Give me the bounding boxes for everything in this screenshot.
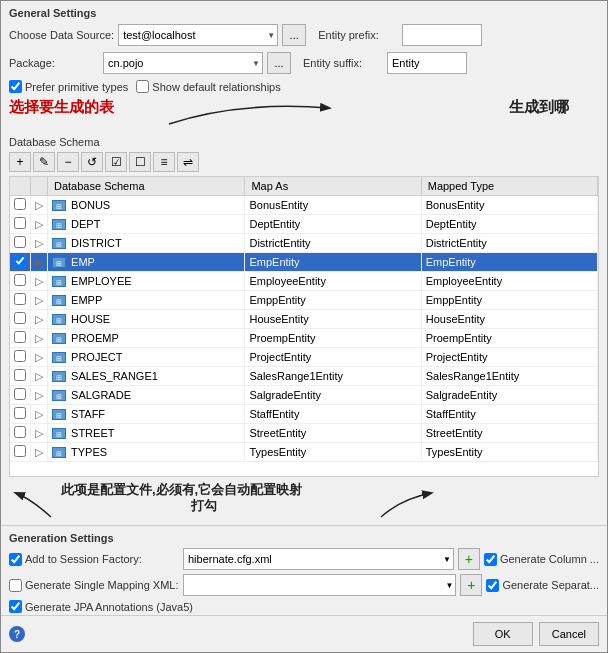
table-row[interactable]: ▷ ⊞ DEPT DeptEntity DeptEntity (10, 215, 598, 234)
toolbar-remove-button[interactable]: − (57, 152, 79, 172)
row-expand-cell[interactable]: ▷ (31, 272, 48, 291)
toolbar-refresh-button[interactable]: ↺ (81, 152, 103, 172)
gen-column-checkbox[interactable] (484, 553, 497, 566)
gen-session-factory-combo[interactable]: hibernate.cfg.xml ▼ (183, 548, 454, 570)
gen-mapping-xml-checkbox[interactable] (9, 579, 22, 592)
row-checkbox-cell[interactable] (10, 405, 31, 424)
gen-separate-checkbox[interactable] (486, 579, 499, 592)
row-checkbox-cell[interactable] (10, 310, 31, 329)
row-expand-cell[interactable]: ▷ (31, 443, 48, 462)
gen-jpa-checkbox[interactable] (9, 600, 22, 613)
row-checkbox[interactable] (14, 426, 26, 438)
row-checkbox[interactable] (14, 293, 26, 305)
prefer-primitive-checkbox-label[interactable]: Prefer primitive types (9, 80, 128, 93)
row-expand-cell[interactable]: ▷ (31, 310, 48, 329)
row-checkbox-cell[interactable] (10, 329, 31, 348)
row-checkbox[interactable] (14, 236, 26, 248)
row-expand-cell[interactable]: ▷ (31, 234, 48, 253)
row-checkbox[interactable] (14, 407, 26, 419)
row-checkbox-cell[interactable] (10, 196, 31, 215)
toolbar-add-button[interactable]: + (9, 152, 31, 172)
package-browse-button[interactable]: ... (267, 52, 291, 74)
row-db-schema-cell: ⊞ STAFF (48, 405, 245, 424)
row-checkbox-cell[interactable] (10, 386, 31, 405)
show-default-checkbox-label[interactable]: Show default relationships (136, 80, 280, 93)
table-row[interactable]: ▷ ⊞ SALGRADE SalgradeEntity SalgradeEnti… (10, 386, 598, 405)
row-expand-cell[interactable]: ▷ (31, 196, 48, 215)
db-schema-table-container[interactable]: Database Schema Map As Mapped Type ▷ ⊞ B… (9, 176, 599, 477)
table-row[interactable]: ▷ ⊞ SALES_RANGE1 SalesRange1Entity Sales… (10, 367, 598, 386)
show-default-checkbox[interactable] (136, 80, 149, 93)
gen-row-mapping-xml: Generate Single Mapping XML: ▼ + Generat… (1, 572, 607, 598)
row-checkbox[interactable] (14, 217, 26, 229)
row-expand-cell[interactable]: ▶ (31, 253, 48, 272)
row-expand-cell[interactable]: ▷ (31, 424, 48, 443)
table-row[interactable]: ▷ ⊞ TYPES TypesEntity TypesEntity (10, 443, 598, 462)
row-expand-cell[interactable]: ▷ (31, 291, 48, 310)
row-checkbox-cell[interactable] (10, 424, 31, 443)
table-row[interactable]: ▷ ⊞ HOUSE HouseEntity HouseEntity (10, 310, 598, 329)
table-row[interactable]: ▷ ⊞ PROEMP ProempEntity ProempEntity (10, 329, 598, 348)
datasource-browse-button[interactable]: ... (282, 24, 306, 46)
table-row[interactable]: ▷ ⊞ EMPLOYEE EmployeeEntity EmployeeEnti… (10, 272, 598, 291)
gen-mapping-xml-plus-button[interactable]: + (460, 574, 482, 596)
row-checkbox[interactable] (14, 388, 26, 400)
entity-prefix-input[interactable] (402, 24, 482, 46)
gen-mapping-xml-combo[interactable]: ▼ (183, 574, 456, 596)
cancel-button[interactable]: Cancel (539, 622, 599, 646)
datasource-combo[interactable]: test@localhost ▼ (118, 24, 278, 46)
table-row[interactable]: ▷ ⊞ BONUS BonusEntity BonusEntity (10, 196, 598, 215)
row-checkbox[interactable] (14, 350, 26, 362)
row-checkbox[interactable] (14, 445, 26, 457)
row-expand-cell[interactable]: ▷ (31, 405, 48, 424)
entity-suffix-input[interactable] (387, 52, 467, 74)
prefer-primitive-checkbox[interactable] (9, 80, 22, 93)
table-row[interactable]: ▷ ⊞ PROJECT ProjectEntity ProjectEntity (10, 348, 598, 367)
table-row[interactable]: ▷ ⊞ STREET StreetEntity StreetEntity (10, 424, 598, 443)
row-checkbox[interactable] (14, 274, 26, 286)
row-checkbox-cell[interactable] (10, 348, 31, 367)
package-combo[interactable]: cn.pojo ▼ (103, 52, 263, 74)
row-checkbox-cell[interactable] (10, 367, 31, 386)
ok-button[interactable]: OK (473, 622, 533, 646)
annotation-black-text: 生成到哪 (509, 98, 569, 117)
row-checkbox[interactable] (14, 312, 26, 324)
row-db-schema-cell: ⊞ SALGRADE (48, 386, 245, 405)
col-mapped-type: Mapped Type (421, 177, 597, 196)
help-icon[interactable]: ? (9, 626, 25, 642)
row-checkbox[interactable] (14, 331, 26, 343)
footer: ? OK Cancel (1, 615, 607, 652)
gen-session-factory-plus-button[interactable]: + (458, 548, 480, 570)
toolbar-check-all-button[interactable]: ☑ (105, 152, 127, 172)
row-expand-cell[interactable]: ▷ (31, 215, 48, 234)
row-expand-cell[interactable]: ▷ (31, 329, 48, 348)
gen-separate-label[interactable]: Generate Separat... (486, 579, 599, 592)
row-expand-cell[interactable]: ▷ (31, 367, 48, 386)
table-row[interactable]: ▷ ⊞ DISTRICT DistrictEntity DistrictEnti… (10, 234, 598, 253)
gen-column-label[interactable]: Generate Column ... (484, 553, 599, 566)
row-mapped-type-cell: ProempEntity (421, 329, 597, 348)
row-checkbox-cell[interactable] (10, 272, 31, 291)
gen-mapping-xml-label[interactable]: Generate Single Mapping XML: (9, 579, 179, 592)
table-row[interactable]: ▷ ⊞ EMPP EmppEntity EmppEntity (10, 291, 598, 310)
gen-jpa-label[interactable]: Generate JPA Annotations (Java5) (9, 600, 193, 613)
row-expand-cell[interactable]: ▷ (31, 348, 48, 367)
row-checkbox-cell[interactable] (10, 443, 31, 462)
row-checkbox-cell[interactable] (10, 215, 31, 234)
gen-session-factory-checkbox[interactable] (9, 553, 22, 566)
row-checkbox-cell[interactable] (10, 291, 31, 310)
row-expand-cell[interactable]: ▷ (31, 386, 48, 405)
toolbar-edit-button[interactable]: ✎ (33, 152, 55, 172)
gen-session-factory-label[interactable]: Add to Session Factory: (9, 553, 179, 566)
table-row[interactable]: ▶ ⊞ EMP EmpEntity EmpEntity (10, 253, 598, 272)
row-checkbox-cell[interactable] (10, 234, 31, 253)
row-map-as-cell: EmppEntity (245, 291, 421, 310)
row-checkbox[interactable] (14, 255, 26, 267)
table-row[interactable]: ▷ ⊞ STAFF StaffEntity StaffEntity (10, 405, 598, 424)
toolbar-uncheck-all-button[interactable]: ☐ (129, 152, 151, 172)
toolbar-config2-button[interactable]: ⇌ (177, 152, 199, 172)
row-checkbox[interactable] (14, 198, 26, 210)
toolbar-config1-button[interactable]: ≡ (153, 152, 175, 172)
row-checkbox-cell[interactable] (10, 253, 31, 272)
row-checkbox[interactable] (14, 369, 26, 381)
